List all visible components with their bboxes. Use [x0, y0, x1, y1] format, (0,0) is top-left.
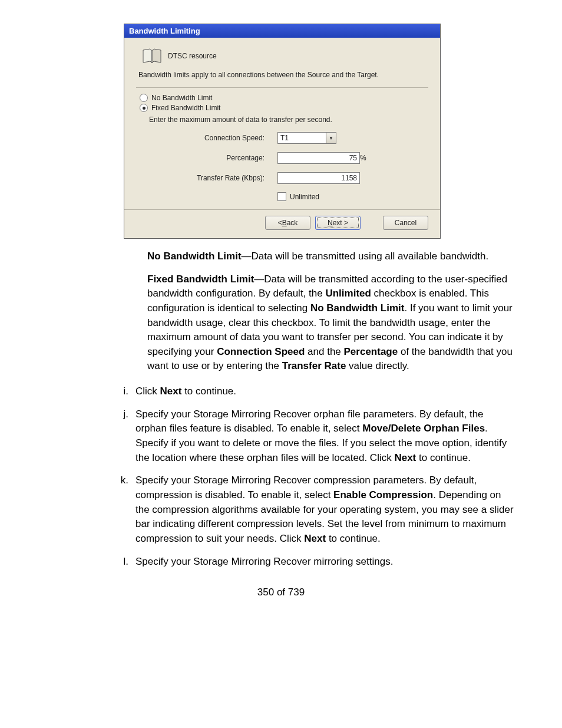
percentage-field[interactable]: 75	[277, 152, 360, 164]
connection-speed-value: T1	[278, 133, 326, 143]
radio-label: Fixed Bandwidth Limit	[151, 104, 220, 112]
step-k: k. Specify your Storage Mirroring Recove…	[117, 473, 517, 546]
paragraph-no-bandwidth: No Bandwidth Limit—Data will be transmit…	[147, 249, 515, 264]
radio-icon	[140, 94, 148, 102]
step-i: i. Click Next to continue.	[117, 384, 517, 399]
transfer-rate-field[interactable]: 1158	[277, 172, 360, 184]
dialog-button-bar: < Back Next > Cancel	[124, 209, 440, 238]
connection-speed-select[interactable]: T1 ▼	[277, 132, 336, 144]
separator	[136, 87, 428, 88]
next-button[interactable]: Next >	[315, 216, 361, 230]
dialog-titlebar: Bandwidth Limiting	[124, 24, 440, 38]
percentage-value: 75	[349, 154, 357, 162]
transfer-rate-value: 1158	[341, 174, 357, 182]
bandwidth-dialog: Bandwidth Limiting DTSC resource Bandwid…	[124, 24, 441, 239]
radio-no-bandwidth-limit[interactable]: No Bandwidth Limit	[140, 94, 428, 102]
dialog-body: DTSC resource Bandwidth limits apply to …	[124, 38, 440, 209]
doc-body: No Bandwidth Limit—Data will be transmit…	[147, 249, 515, 374]
back-button[interactable]: < Back	[265, 216, 310, 230]
radio-label: No Bandwidth Limit	[151, 94, 212, 102]
enter-max-text: Enter the maximum amount of data to tran…	[149, 116, 428, 124]
ordered-steps: i. Click Next to continue. j. Specify yo…	[117, 384, 517, 569]
unlimited-label: Unlimited	[290, 193, 319, 201]
chevron-down-icon[interactable]: ▼	[326, 133, 336, 143]
page-number: 350 of 739	[47, 587, 515, 598]
unlimited-checkbox-row[interactable]: Unlimited	[277, 192, 378, 201]
dialog-description: Bandwidth limits apply to all connection…	[138, 71, 428, 79]
percent-symbol: %	[360, 154, 378, 162]
book-icon	[142, 47, 162, 65]
paragraph-fixed-bandwidth: Fixed Bandwidth Limit—Data will be trans…	[147, 272, 515, 374]
step-l: l. Specify your Storage Mirroring Recove…	[117, 555, 517, 569]
label-transfer-rate: Transfer Rate (Kbps):	[160, 174, 277, 182]
resource-name: DTSC resource	[168, 52, 217, 60]
step-j: j. Specify your Storage Mirroring Recove…	[117, 407, 517, 466]
document-page: Bandwidth Limiting DTSC resource Bandwid…	[0, 0, 562, 622]
radio-fixed-bandwidth-limit[interactable]: Fixed Bandwidth Limit	[140, 104, 428, 112]
radio-icon-selected	[140, 104, 148, 112]
dialog-title: Bandwidth Limiting	[129, 27, 200, 35]
label-percentage: Percentage:	[160, 154, 277, 162]
checkbox-icon	[277, 192, 286, 201]
label-connection-speed: Connection Speed:	[160, 134, 277, 142]
cancel-button[interactable]: Cancel	[383, 216, 428, 230]
